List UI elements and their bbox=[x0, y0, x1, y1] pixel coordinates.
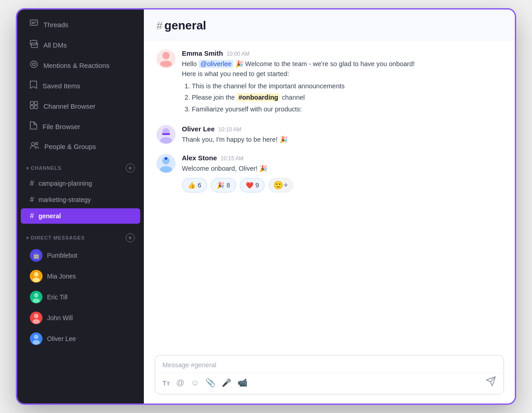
time-alex: 10:15 AM bbox=[221, 155, 244, 162]
mic-button[interactable]: 🎤 bbox=[222, 378, 231, 388]
channel-hash-icon: # bbox=[30, 212, 34, 220]
sidebar-item-threads[interactable]: Threads bbox=[21, 15, 140, 34]
message-input-box: Message #general Tт @ ☺ 📎 🎤 📹 bbox=[155, 355, 504, 394]
svg-point-13 bbox=[33, 278, 40, 282]
add-channel-button[interactable]: + bbox=[126, 163, 135, 173]
avatar-emma bbox=[157, 49, 176, 68]
send-button[interactable] bbox=[485, 376, 496, 389]
dm-pumblebot[interactable]: 🤖 Pumblebot bbox=[21, 245, 140, 265]
dm-section-header: ▾ DIRECT MESSAGES + bbox=[17, 228, 144, 245]
sidebar-item-saved[interactable]: Saved Items bbox=[21, 76, 140, 96]
emoji-button[interactable]: ☺ bbox=[191, 378, 199, 388]
app-container: Threads All DMs Mentions & Reactions Sav… bbox=[17, 10, 515, 403]
message-alex-body: Alex Stone 10:15 AM Welcome onboard, Oli… bbox=[182, 154, 502, 192]
reaction-party-emoji: 🎉 bbox=[217, 182, 224, 189]
dm-mia-jones[interactable]: Mia Jones bbox=[21, 266, 140, 286]
message-input-area: Message #general Tт @ ☺ 📎 🎤 📹 bbox=[144, 349, 515, 403]
svg-point-19 bbox=[33, 319, 40, 324]
reaction-heart-count: 9 bbox=[256, 182, 259, 189]
dm-john-will[interactable]: John Will bbox=[21, 308, 140, 328]
reaction-thumbsup-emoji: 👍 bbox=[188, 182, 195, 189]
message-emma-text: Hello @oliverlee 🎉 Welcome to the team -… bbox=[182, 59, 502, 114]
channel-title: # general bbox=[157, 19, 502, 33]
reaction-party[interactable]: 🎉 8 bbox=[211, 178, 236, 192]
mention-button[interactable]: @ bbox=[176, 378, 185, 388]
dm-label-oliver: Oliver Lee bbox=[47, 335, 76, 342]
message-alex: Alex Stone 10:15 AM Welcome onboard, Oli… bbox=[157, 154, 502, 192]
avatar-oliver-msg bbox=[157, 125, 176, 144]
channel-name: general bbox=[164, 19, 206, 33]
avatar-eric bbox=[30, 291, 43, 303]
time-oliver: 10:10 AM bbox=[218, 126, 242, 133]
list-item-3: Familiarize yourself with our products: bbox=[192, 104, 502, 114]
sender-alex: Alex Stone bbox=[182, 154, 217, 162]
avatar-alex-msg bbox=[157, 154, 176, 173]
avatar-oliver bbox=[30, 332, 43, 345]
svg-point-18 bbox=[34, 314, 38, 318]
svg-point-24 bbox=[162, 52, 170, 59]
threads-label: Threads bbox=[43, 21, 68, 29]
channel-hash-icon: # bbox=[30, 179, 34, 187]
reaction-add-icon: 🙂+ bbox=[273, 180, 288, 190]
sidebar-item-people-groups[interactable]: People & Groups bbox=[21, 137, 140, 156]
channels-collapse-arrow: ▾ bbox=[26, 166, 29, 171]
video-button[interactable]: 📹 bbox=[238, 378, 247, 388]
channels-collapse[interactable]: ▾ CHANNELS bbox=[26, 165, 62, 171]
input-top[interactable]: Message #general bbox=[155, 355, 504, 373]
add-dm-button[interactable]: + bbox=[126, 233, 135, 242]
svg-rect-8 bbox=[34, 106, 38, 109]
svg-point-16 bbox=[33, 298, 40, 303]
channels-section-label: CHANNELS bbox=[31, 165, 62, 171]
attach-button[interactable]: 📎 bbox=[205, 378, 215, 388]
svg-point-10 bbox=[36, 143, 38, 145]
format-button[interactable]: Tт bbox=[162, 379, 170, 387]
dm-section-label: DIRECT MESSAGES bbox=[31, 235, 85, 240]
svg-rect-0 bbox=[30, 20, 38, 25]
svg-point-21 bbox=[34, 335, 38, 339]
svg-point-3 bbox=[31, 61, 38, 68]
svg-point-22 bbox=[33, 340, 40, 345]
message-oliver-body: Oliver Lee 10:10 AM Thank you, I'm happy… bbox=[182, 125, 502, 144]
svg-point-25 bbox=[160, 61, 172, 67]
channels-section-header: ▾ CHANNELS + bbox=[17, 158, 144, 175]
svg-rect-30 bbox=[162, 133, 170, 135]
svg-point-4 bbox=[33, 63, 35, 66]
time-emma: 10:00 AM bbox=[227, 51, 250, 57]
mentions-label: Mentions & Reactions bbox=[43, 62, 109, 69]
sidebar-item-mentions[interactable]: Mentions & Reactions bbox=[21, 56, 140, 75]
channel-label: campaign-planning bbox=[38, 180, 92, 187]
svg-point-12 bbox=[34, 272, 38, 277]
reaction-add-button[interactable]: 🙂+ bbox=[268, 178, 293, 192]
people-groups-label: People & Groups bbox=[44, 143, 96, 150]
dm-oliver-lee[interactable]: Oliver Lee bbox=[21, 329, 140, 349]
channel-hash-icon: # bbox=[30, 196, 34, 204]
sidebar-channel-marketing-strategy[interactable]: # marketing-strategy bbox=[21, 192, 140, 207]
sidebar-item-all-dms[interactable]: All DMs bbox=[21, 35, 140, 55]
avatar-mia bbox=[30, 270, 43, 283]
reaction-thumbsup[interactable]: 👍 6 bbox=[182, 178, 207, 192]
sidebar-channel-campaign-planning[interactable]: # campaign-planning bbox=[21, 176, 140, 191]
channel-hash: # bbox=[157, 19, 162, 32]
channel-label: marketing-strategy bbox=[38, 196, 91, 203]
input-placeholder: Message #general bbox=[162, 361, 216, 369]
emma-list: This is the channel for the important an… bbox=[182, 81, 502, 114]
sidebar-channel-general[interactable]: # general bbox=[21, 208, 140, 224]
mentions-icon bbox=[30, 60, 38, 71]
message-oliver: Oliver Lee 10:10 AM Thank you, I'm happy… bbox=[157, 125, 502, 144]
sender-oliver: Oliver Lee bbox=[182, 125, 215, 133]
mention-oliverlee: @oliverlee bbox=[199, 60, 233, 68]
sidebar-item-file-browser[interactable]: File Browser bbox=[21, 117, 140, 136]
all-dms-label: All DMs bbox=[43, 41, 67, 49]
reaction-party-count: 8 bbox=[227, 182, 230, 189]
threads-icon bbox=[30, 19, 38, 30]
dm-label-eric: Eric Till bbox=[47, 293, 67, 301]
emma-line2: Here is what you need to get started: bbox=[182, 70, 289, 77]
dm-label-john: John Will bbox=[47, 314, 73, 322]
reaction-heart[interactable]: ❤️ 9 bbox=[240, 178, 265, 192]
dm-collapse[interactable]: ▾ DIRECT MESSAGES bbox=[26, 235, 85, 240]
all-dms-icon bbox=[30, 40, 38, 50]
svg-point-34 bbox=[165, 157, 167, 160]
onboarding-highlight: #onboarding bbox=[237, 93, 280, 101]
dm-eric-till[interactable]: Eric Till bbox=[21, 287, 140, 307]
sidebar-item-channel-browser[interactable]: Channel Browser bbox=[21, 96, 140, 116]
